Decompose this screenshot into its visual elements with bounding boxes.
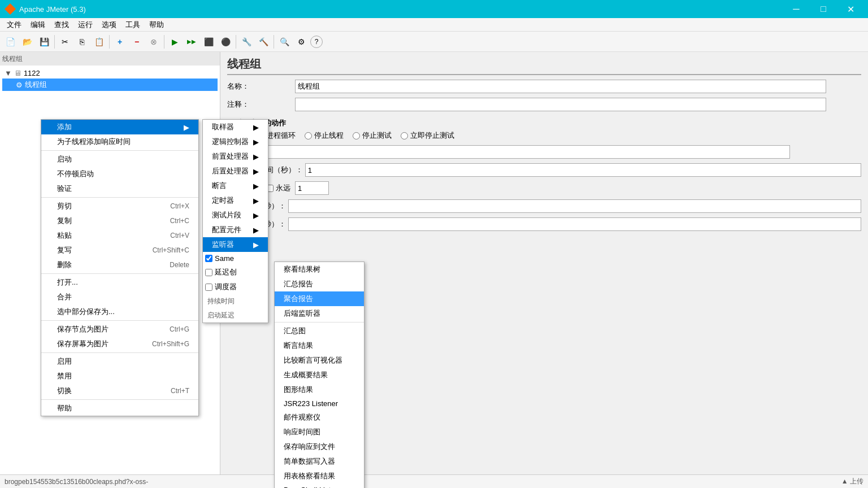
menu-run[interactable]: 运行 [73,19,97,31]
comment-input[interactable] [295,98,826,111]
shutdown-button[interactable]: ⚫ [218,34,233,50]
cm-paste[interactable]: 粘贴 Ctrl+V [41,228,198,243]
remote-stop-button[interactable]: 🔨 [255,34,271,50]
delay-checkbox[interactable] [205,269,212,276]
radio-stop-now-input[interactable] [401,132,408,140]
tree-root[interactable]: ▼ 🖥 1122 [2,68,218,79]
listener-beanshell[interactable]: BeanShell Listener [275,483,364,488]
menu-find[interactable]: 查找 [50,19,73,31]
radio-stop-now[interactable]: 立即停止测试 [401,130,454,141]
listener-table-results[interactable]: 用表格察看结果 [275,469,364,483]
listener-response-time-graph-label: 响应时间图 [284,427,320,437]
listener-compare-assertion[interactable]: 比较断言可视化器 [275,353,364,368]
sub-sampler[interactable]: 取样器 ▶ [203,120,268,134]
sub-logic-arrow: ▶ [249,138,259,146]
start-button[interactable]: ▶ [167,34,183,50]
menu-edit[interactable]: 编辑 [26,19,50,31]
listener-beanshell-label: BeanShell Listener [284,486,345,488]
listener-jsr223[interactable]: JSR223 Listener [275,397,364,410]
cm-delete-label: 删除 [57,260,72,270]
start-no-pause-button[interactable]: ▶▶ [184,34,199,50]
listener-simple-writer[interactable]: 简单数据写入器 [275,454,364,469]
listener-backend[interactable]: 后端监听器 [275,306,364,321]
cm-cut[interactable]: 剪切 Ctrl+X [41,199,198,213]
cm-add-response-time[interactable]: 为子线程添加响应时间 [41,134,198,149]
sub-test-fragment[interactable]: 测试片段 ▶ [203,208,268,223]
cm-toggle[interactable]: 切换 Ctrl+T [41,384,198,398]
sub-timer[interactable]: 定时器 ▶ [203,193,268,208]
listener-graph-results[interactable]: 图形结果 [275,382,364,397]
remove-button[interactable]: − [129,34,145,50]
cm-copy[interactable]: 复制 Ctrl+C [41,213,198,228]
sub-logic-controller[interactable]: 逻辑控制器 ▶ [203,134,268,149]
listener-summary-report-label: 汇总报告 [284,279,313,289]
tree-thread-group[interactable]: ⚙ 线程组 [2,79,218,91]
cut-button[interactable]: ✂ [57,34,73,50]
startup-delay-input[interactable] [288,217,861,231]
cm-validate[interactable]: 验证 [41,181,198,196]
sub-pre-processor[interactable]: 前置处理器 ▶ [203,149,268,164]
ramp-time-input[interactable] [305,163,861,177]
cm-start[interactable]: 启动 [41,152,198,167]
cm-open[interactable]: 打开... [41,275,198,290]
cm-enable[interactable]: 启用 [41,354,198,369]
cm-copy-label: 复制 [57,216,72,226]
cm-merge[interactable]: 合并 [41,290,198,304]
radio-stop-thread-input[interactable] [305,132,312,140]
listener-result-tree[interactable]: 察看结果树 [275,262,364,277]
new-button[interactable]: 📄 [2,34,18,50]
help-button[interactable]: ? [310,36,323,48]
add-button[interactable]: + [112,34,128,50]
save-button[interactable]: 💾 [36,34,52,50]
panel-title: 线程组 [227,56,861,75]
copy-button[interactable]: ⎘ [74,34,90,50]
sub-assertion-label: 断言 [212,181,227,191]
cm-duplicate[interactable]: 复写 Ctrl+Shift+C [41,243,198,258]
menu-file[interactable]: 文件 [2,19,26,31]
listener-generate-summary[interactable]: 生成概要结果 [275,368,364,382]
listener-save-response[interactable]: 保存响应到文件 [275,439,364,454]
close-button[interactable]: ✕ [837,0,863,18]
function-button[interactable]: ⚙ [293,34,309,50]
maximize-button[interactable]: □ [810,0,836,18]
cm-add[interactable]: 添加 ▶ [41,120,198,134]
duration-input[interactable] [288,199,861,213]
cm-start-no-pause[interactable]: 不停顿启动 [41,167,198,181]
thread-count-input[interactable] [259,145,790,159]
listener-summary-report[interactable]: 汇总报告 [275,277,364,291]
paste-button[interactable]: 📋 [91,34,107,50]
name-input[interactable] [295,80,826,93]
listener-aggregate-report[interactable]: 聚合报告 [275,291,364,306]
stop-button[interactable]: ⬛ [201,34,216,50]
menu-tools[interactable]: 工具 [121,19,145,31]
radio-stop-test[interactable]: 停止测试 [353,130,392,141]
listener-mail[interactable]: 邮件观察仪 [275,410,364,425]
listener-save-response-label: 保存响应到文件 [284,442,335,452]
sub-config-element[interactable]: 配置元件 ▶ [203,223,268,237]
same-checkbox[interactable] [205,255,212,262]
loop-row: 循环次数： 永远 [227,181,861,195]
clear-button[interactable]: ⊗ [146,34,162,50]
remote-start-button[interactable]: 🔧 [238,34,254,50]
sub-listener[interactable]: 监听器 ▶ [203,237,268,252]
cm-save-screen[interactable]: 保存屏幕为图片 Ctrl+Shift+G [41,337,198,351]
menu-options[interactable]: 选项 [97,19,121,31]
schedule-checkbox[interactable] [205,284,212,291]
radio-stop-thread[interactable]: 停止线程 [305,130,344,141]
loop-input[interactable] [295,181,329,195]
listener-summary-graph[interactable]: 汇总图 [275,324,364,338]
cm-help[interactable]: 帮助 [41,401,198,416]
cm-delete[interactable]: 删除 Delete [41,258,198,272]
cm-disable[interactable]: 禁用 [41,369,198,384]
minimize-button[interactable]: ─ [783,0,809,18]
open-button[interactable]: 📂 [19,34,35,50]
cm-save-selection[interactable]: 选中部分保存为... [41,304,198,319]
sub-assertion[interactable]: 断言 ▶ [203,178,268,193]
listener-response-time-graph[interactable]: 响应时间图 [275,425,364,439]
sub-post-processor[interactable]: 后置处理器 ▶ [203,164,268,178]
cm-save-as-image[interactable]: 保存节点为图片 Ctrl+G [41,322,198,337]
menu-help[interactable]: 帮助 [145,19,168,31]
radio-stop-test-input[interactable] [353,132,360,140]
listener-assertion-results[interactable]: 断言结果 [275,338,364,353]
search-button[interactable]: 🔍 [276,34,292,50]
